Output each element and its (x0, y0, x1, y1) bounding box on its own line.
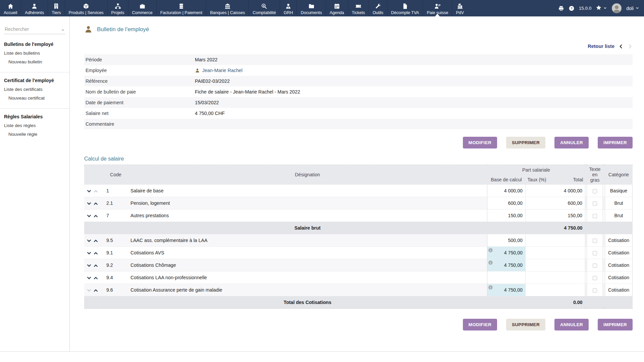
bold-text-checkbox[interactable] (593, 201, 597, 206)
move-up-button[interactable] (94, 263, 98, 268)
tickets-icon (355, 3, 362, 9)
field-value: PAIE02-03/2022 (195, 78, 230, 84)
bold-text-checkbox[interactable] (593, 214, 597, 218)
user-menu[interactable]: doli (626, 6, 639, 11)
menu-commerce[interactable]: Commerce (128, 0, 156, 16)
search-input[interactable] (4, 25, 65, 34)
bold-text-column-header: Texte en gras (587, 165, 603, 185)
print-button[interactable]: IMPRIMER (598, 137, 633, 148)
chevron-down-icon[interactable] (61, 27, 65, 33)
previous-record-arrow[interactable] (619, 44, 624, 49)
bold-text-checkbox[interactable] (593, 239, 597, 243)
chevron-down-icon (603, 6, 607, 11)
base-cell: 150,00 (487, 209, 525, 222)
cancel-button[interactable]: ANNULER (554, 137, 589, 148)
move-down-button[interactable] (87, 214, 91, 218)
move-cell (84, 247, 104, 259)
menu-pdv[interactable]: PdV (452, 0, 468, 16)
bold-text-checkbox[interactable] (593, 263, 597, 268)
print-icon[interactable] (558, 5, 564, 11)
move-down-button[interactable] (87, 239, 91, 243)
move-down-button[interactable] (87, 276, 91, 280)
bookmarks-menu[interactable] (596, 5, 607, 12)
sidebar-item[interactable]: Liste des certificats (4, 87, 65, 92)
cancel-button[interactable]: ANNULER (554, 319, 589, 330)
move-up-button[interactable] (94, 251, 98, 255)
rate-cell (525, 284, 554, 296)
sidebar-section: Règles SalarialesListe des règlesNouvell… (0, 108, 69, 144)
documents-icon (308, 3, 315, 9)
info-icon[interactable]: i (488, 260, 493, 265)
move-cell (84, 284, 104, 296)
rate-cell (525, 209, 554, 222)
category-column-header: Catégorie (605, 165, 633, 185)
sidebar-item[interactable]: Liste des bulletins (4, 51, 65, 56)
bold-text-checkbox[interactable] (593, 251, 597, 255)
back-to-list-link[interactable]: Retour liste (588, 44, 614, 49)
bold-text-checkbox[interactable] (593, 276, 597, 280)
sidebar-item[interactable]: Liste des règles (4, 123, 65, 128)
base-cell: i4 750,00 (487, 247, 525, 259)
move-cell (84, 197, 104, 209)
menu-decompte-tva[interactable]: Décompte TVA (387, 0, 423, 16)
salary-calc-title: Calcul de salaire (84, 156, 633, 162)
menu-comptabilite[interactable]: $Comptabilité (249, 0, 279, 16)
menu-documents[interactable]: Documents (297, 0, 325, 16)
move-up-button[interactable] (94, 201, 98, 206)
base-cell: 4 000,00 (487, 185, 525, 197)
category-cell: Cotisation (605, 234, 633, 247)
menu-label: Projets (111, 10, 124, 15)
third-parties-icon (53, 3, 59, 9)
sidebar-item[interactable]: Nouveau certificat (4, 96, 65, 101)
menu-banques-caisses[interactable]: Banques | Caisses (206, 0, 249, 16)
bold-text-checkbox[interactable] (593, 189, 597, 193)
total-column-header: Total (554, 175, 585, 185)
svg-text:P: P (438, 3, 441, 7)
info-icon[interactable]: i (488, 285, 493, 290)
move-down-button[interactable] (87, 201, 91, 206)
info-icon[interactable]: i (488, 248, 493, 253)
menu-facturation-paiement[interactable]: Facturation | Paiement (156, 0, 206, 16)
menu-outils[interactable]: Outils (369, 0, 387, 16)
move-cell (84, 272, 104, 284)
menu-projets[interactable]: Projets (107, 0, 128, 16)
menu-agenda[interactable]: Agenda (326, 0, 348, 16)
modify-button[interactable]: MODIFIER (463, 319, 497, 330)
rate-cell (525, 272, 554, 284)
field-row: EmployéeJean-Marie Rachel (84, 65, 633, 76)
menu-accueil[interactable]: Accueil (0, 0, 21, 16)
base-column-header: Base de calcul (487, 175, 525, 185)
print-button[interactable]: IMPRIMER (598, 319, 633, 330)
actions-top: MODIFIERSUPPRIMERANNULERIMPRIMER (84, 137, 633, 148)
base-cell (487, 272, 525, 284)
move-cell (84, 185, 104, 197)
delete-button[interactable]: SUPPRIMER (506, 319, 545, 330)
menu-tiers[interactable]: Tiers (48, 0, 64, 16)
menu-paie-suisse[interactable]: PPaie suisse (423, 0, 452, 16)
move-down-button[interactable] (87, 263, 91, 268)
move-up-button[interactable] (94, 276, 98, 280)
field-value[interactable]: Jean-Marie Rachel (195, 68, 243, 73)
top-bar-right: ? 15.0.0 doli (558, 0, 644, 16)
menu-grh[interactable]: GRH (280, 0, 297, 16)
move-up-button[interactable] (94, 214, 98, 218)
sidebar-item[interactable]: Nouveau bulletin (4, 59, 65, 64)
sidebar-item[interactable]: Nouvelle règle (4, 132, 65, 137)
menu-adherents[interactable]: Adhérents (21, 0, 48, 16)
modify-button[interactable]: MODIFIER (463, 137, 497, 148)
help-icon[interactable]: ? (569, 5, 575, 11)
menu-label: Documents (301, 10, 322, 15)
move-down-button[interactable] (87, 251, 91, 255)
total-cell (554, 234, 585, 247)
bold-text-checkbox[interactable] (593, 288, 597, 293)
move-up-button[interactable] (94, 288, 98, 293)
move-down-button[interactable] (87, 189, 91, 193)
menu-tickets[interactable]: Tickets (348, 0, 369, 16)
bold-text-cell (587, 284, 603, 296)
accountancy-icon: $ (261, 3, 267, 9)
delete-button[interactable]: SUPPRIMER (506, 137, 545, 148)
move-cell (84, 209, 104, 222)
move-up-button[interactable] (94, 239, 98, 243)
menu-produits-services[interactable]: Produits | Services (65, 0, 107, 16)
user-avatar[interactable] (611, 3, 622, 13)
